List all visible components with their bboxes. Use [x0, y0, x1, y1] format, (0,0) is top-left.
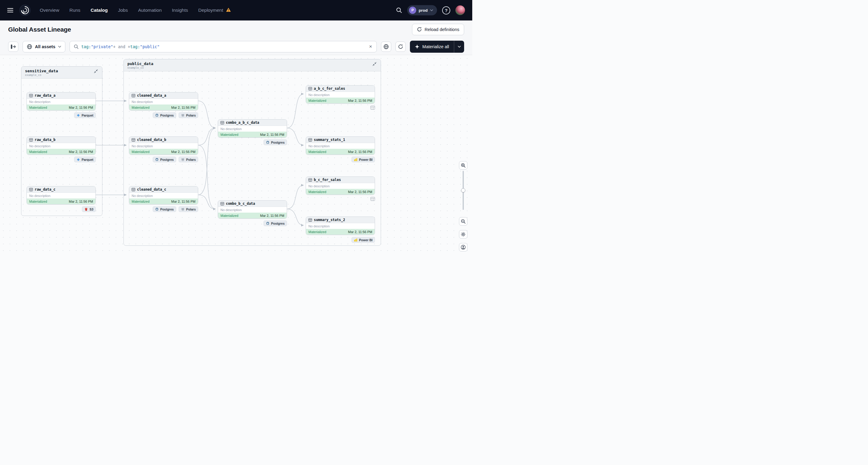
zoom-slider-knob[interactable] — [461, 188, 465, 192]
materialized-badge: Materialized — [132, 150, 149, 154]
asset-selection-input[interactable]: tag:"private"+ and +tag:"public" × — [69, 41, 377, 53]
query-token: + — [128, 44, 130, 49]
zoom-in-button[interactable] — [459, 161, 467, 169]
nav-item-automation[interactable]: Automation — [138, 7, 161, 13]
help-icon[interactable]: ? — [442, 6, 450, 14]
table-icon — [220, 121, 224, 124]
open-panel-icon[interactable] — [8, 41, 19, 52]
power-bi-icon — [354, 238, 358, 242]
kind-chip-postgres[interactable]: Postgres — [153, 206, 176, 212]
zoom-out-button[interactable] — [459, 217, 467, 225]
account-icon[interactable] — [459, 243, 467, 251]
asset-node-raw-data-a[interactable]: raw_data_a No description Materialized M… — [27, 92, 96, 111]
nav-item-jobs[interactable]: Jobs — [118, 7, 128, 13]
asset-node-cleaned-data-c[interactable]: cleaned_data_c No description Materializ… — [129, 186, 198, 205]
asset-node-b-c-for-sales[interactable]: b_c_for_sales No description Materialize… — [306, 177, 375, 195]
nav-item-overview[interactable]: Overview — [40, 7, 59, 13]
asset-name: combo_b_c_data — [226, 202, 255, 206]
kind-chip-postgres[interactable]: Postgres — [264, 140, 287, 145]
environment-switcher[interactable]: P prod — [407, 5, 437, 16]
search-icon[interactable] — [396, 7, 402, 13]
kind-chip-postgres[interactable]: Postgres — [153, 112, 176, 118]
materialized-timestamp: Mar 2, 11:56 PM — [69, 150, 93, 154]
asset-node-cleaned-data-b[interactable]: cleaned_data_b No description Materializ… — [129, 136, 198, 155]
kind-chip-polars[interactable]: Polars — [179, 157, 198, 162]
clear-search-icon[interactable]: × — [368, 43, 373, 50]
asset-description: No description — [129, 143, 198, 149]
materialized-timestamp: Mar 2, 11:56 PM — [69, 106, 93, 109]
user-avatar[interactable] — [455, 5, 465, 15]
nav-item-insights[interactable]: Insights — [172, 7, 188, 13]
asset-node-a-b-c-for-sales[interactable]: a_b_c_for_sales No description Materiali… — [306, 85, 375, 103]
materialize-all-button[interactable]: Materialize all — [410, 41, 454, 53]
group-header: public_data example_co — [124, 59, 381, 71]
sparkle-icon — [415, 44, 420, 49]
asset-status-row: Materialized Mar 2, 11:56 PM — [218, 213, 287, 218]
kind-row — [306, 106, 375, 110]
kind-chip-parquet[interactable]: Parquet — [74, 157, 96, 162]
nav-item-catalog[interactable]: Catalog — [91, 7, 108, 13]
reload-icon — [417, 27, 422, 32]
group-subtitle: example_co — [127, 66, 153, 69]
asset-node-combo-b-c-data[interactable]: combo_b_c_data No description Materializ… — [218, 200, 287, 219]
asset-node-summary-stats-1[interactable]: summary_stats_1 No description Materiali… — [306, 136, 375, 155]
kind-label: Postgres — [160, 158, 174, 161]
kind-label: Polars — [186, 114, 196, 117]
asset-node-cleaned-data-a[interactable]: cleaned_data_a No description Materializ… — [129, 92, 198, 111]
asset-status-row: Materialized Mar 2, 11:56 PM — [306, 229, 375, 235]
kind-chip-polars[interactable]: Polars — [179, 206, 198, 212]
csv-icon[interactable] — [370, 197, 375, 201]
kind-chip-power-bi[interactable]: Power BI — [351, 237, 375, 243]
asset-description: No description — [27, 99, 95, 104]
asset-node-combo-a-b-c-data[interactable]: combo_a_b_c_data No description Material… — [218, 119, 287, 137]
dagster-logo[interactable] — [19, 4, 31, 16]
kind-chip-s3[interactable]: S3 — [82, 206, 96, 212]
kind-row: Postgres — [218, 140, 287, 145]
asset-status-row: Materialized Mar 2, 11:56 PM — [27, 149, 95, 155]
nav-item-runs[interactable]: Runs — [69, 7, 81, 13]
warning-icon — [226, 7, 231, 13]
collapse-group-icon[interactable] — [372, 61, 377, 67]
query-token: + — [113, 44, 115, 49]
kind-chip-parquet[interactable]: Parquet — [74, 112, 96, 118]
materialized-badge: Materialized — [29, 150, 47, 154]
kind-chip-postgres[interactable]: Postgres — [153, 157, 176, 162]
reload-definitions-button[interactable]: Reload definitions — [412, 24, 464, 35]
graph-settings-gear-icon[interactable] — [459, 230, 467, 239]
query-token: "private" — [91, 44, 113, 49]
asset-description: No description — [218, 207, 287, 213]
asset-selection-query: tag:"private"+ and +tag:"public" — [81, 44, 366, 49]
materialize-options-caret[interactable] — [454, 41, 464, 53]
graph-settings-globe-icon[interactable] — [381, 41, 391, 52]
top-nav: Overview Runs Catalog Jobs Automation In… — [0, 0, 472, 21]
kind-label: Polars — [186, 208, 196, 211]
group-header: sensitive_data example_co — [21, 67, 102, 79]
asset-status-row: Materialized Mar 2, 11:56 PM — [129, 198, 198, 204]
asset-node-raw-data-c[interactable]: raw_data_c No description Materialized M… — [27, 186, 96, 205]
asset-node-summary-stats-2[interactable]: summary_stats_2 No description Materiali… — [306, 217, 375, 235]
environment-name: prod — [418, 8, 428, 13]
zoom-slider[interactable] — [459, 171, 467, 210]
query-token: tag: — [130, 44, 140, 49]
kind-chip-power-bi[interactable]: Power BI — [351, 157, 375, 162]
kind-row — [306, 197, 375, 201]
materialized-badge: Materialized — [29, 200, 47, 203]
asset-scope-dropdown[interactable]: All assets — [23, 41, 65, 53]
nav-item-deployment[interactable]: Deployment — [198, 7, 223, 13]
kind-chip-postgres[interactable]: Postgres — [264, 220, 287, 226]
lineage-canvas[interactable]: sensitive_data example_co public_data ex… — [0, 55, 472, 253]
refresh-icon[interactable] — [396, 41, 406, 52]
menu-icon[interactable] — [6, 6, 14, 14]
asset-name: cleaned_data_c — [137, 187, 166, 191]
kind-chip-polars[interactable]: Polars — [179, 112, 198, 118]
collapse-group-icon[interactable] — [93, 69, 98, 74]
postgres-icon — [266, 222, 270, 225]
group-title: public_data — [127, 61, 153, 66]
kind-row: Postgres — [218, 220, 287, 226]
help-glyph: ? — [445, 8, 447, 13]
asset-node-header: cleaned_data_a — [129, 92, 198, 99]
asset-node-raw-data-b[interactable]: raw_data_b No description Materialized M… — [27, 136, 96, 155]
asset-name: summary_stats_2 — [314, 218, 345, 222]
csv-icon[interactable] — [370, 106, 375, 110]
materialized-timestamp: Mar 2, 11:56 PM — [348, 190, 373, 194]
